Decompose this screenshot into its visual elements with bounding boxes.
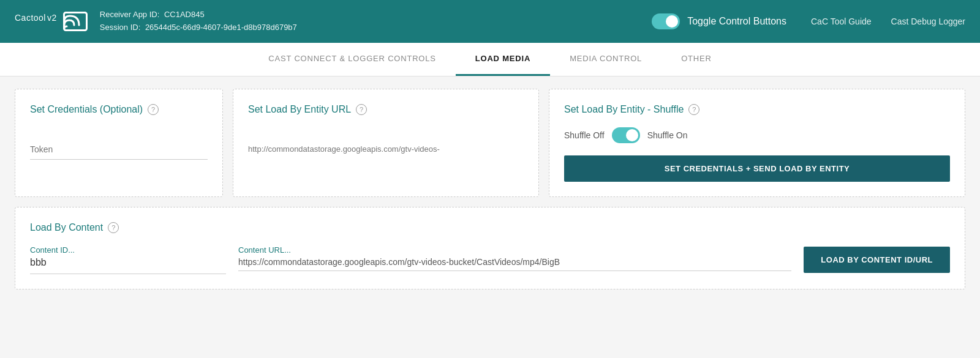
header-info: Receiver App ID: CC1AD845 Session ID: 26… (100, 9, 652, 34)
load-by-content-button[interactable]: LOAD BY CONTENT ID/URL (804, 247, 950, 273)
tabs-bar: CAST CONNECT & LOGGER CONTROLS LOAD MEDI… (0, 43, 980, 76)
receiver-app-id-line: Receiver App ID: CC1AD845 (100, 9, 652, 21)
content-url-value: https://commondatastorage.googleapis.com… (238, 257, 791, 271)
shuffle-toggle-row: Shuffle Off Shuffle On (564, 127, 950, 143)
entity-url-title-text: Set Load By Entity URL (248, 104, 351, 115)
tab-media-control[interactable]: MEDIA CONTROL (550, 43, 662, 76)
main-content: Set Credentials (Optional) ? Set Load By… (0, 76, 980, 302)
content-id-field: Content ID... bbb (30, 245, 226, 274)
cac-tool-guide-link[interactable]: CaC Tool Guide (811, 17, 872, 26)
app-header: Cactoolv2 Receiver App ID: CC1AD845 Sess… (0, 0, 980, 43)
header-nav: CaC Tool Guide Cast Debug Logger (811, 17, 965, 26)
shuffle-card: Set Load By Entity - Shuffle ? Shuffle O… (549, 89, 965, 197)
shuffle-title: Set Load By Entity - Shuffle ? (564, 104, 950, 115)
shuffle-on-label: Shuffle On (647, 130, 688, 140)
load-content-help-icon[interactable]: ? (108, 222, 119, 233)
cast-debug-logger-link[interactable]: Cast Debug Logger (891, 17, 965, 26)
shuffle-title-text: Set Load By Entity - Shuffle (564, 104, 684, 115)
toggle-section: Toggle Control Buttons (652, 13, 786, 29)
toggle-label: Toggle Control Buttons (687, 16, 786, 27)
shuffle-help-icon[interactable]: ? (688, 104, 699, 115)
session-id-line: Session ID: 26544d5c-66d9-4607-9de1-d8b9… (100, 21, 652, 34)
receiver-app-id-label: Receiver App ID: (100, 10, 160, 19)
shuffle-toggle[interactable] (612, 127, 640, 143)
content-id-label: Content ID... (30, 245, 226, 255)
entity-url-title: Set Load By Entity URL ? (248, 104, 524, 115)
token-input[interactable] (30, 140, 208, 160)
entity-url-card: Set Load By Entity URL ? (233, 89, 539, 197)
receiver-app-id-value: CC1AD845 (164, 10, 205, 19)
shuffle-off-label: Shuffle Off (564, 130, 605, 140)
content-url-field: Content URL... https://commondatastorage… (238, 245, 791, 271)
credentials-help-icon[interactable]: ? (148, 104, 159, 115)
content-fields-row: Content ID... bbb Content URL... https:/… (30, 245, 950, 274)
logo-main: Cactool (15, 13, 46, 23)
content-url-label: Content URL... (238, 245, 791, 255)
logo-text: Cactoolv2 (15, 12, 57, 31)
session-id-value: 26544d5c-66d9-4607-9de1-d8b978d679b7 (145, 23, 297, 32)
toggle-control-buttons[interactable] (652, 13, 680, 29)
tab-other[interactable]: OTHER (662, 43, 731, 76)
set-credentials-send-load-button[interactable]: SET CREDENTIALS + SEND LOAD BY ENTITY (564, 155, 950, 182)
load-content-title-text: Load By Content (30, 222, 103, 233)
content-id-value: bbb (30, 257, 226, 274)
session-id-label: Session ID: (100, 23, 140, 32)
top-card-row: Set Credentials (Optional) ? Set Load By… (15, 89, 965, 197)
logo-section: Cactoolv2 (15, 12, 88, 31)
credentials-title: Set Credentials (Optional) ? (30, 104, 208, 115)
tab-load-media[interactable]: LOAD MEDIA (456, 43, 550, 76)
credentials-title-text: Set Credentials (Optional) (30, 104, 143, 115)
entity-url-input[interactable] (248, 140, 524, 159)
load-content-card: Load By Content ? Content ID... bbb Cont… (15, 207, 965, 289)
logo-version: v2 (47, 13, 57, 23)
tab-cast-connect[interactable]: CAST CONNECT & LOGGER CONTROLS (249, 43, 455, 76)
load-content-title: Load By Content ? (30, 222, 950, 233)
cast-icon (63, 12, 88, 31)
credentials-card: Set Credentials (Optional) ? (15, 89, 223, 197)
entity-url-help-icon[interactable]: ? (356, 104, 367, 115)
svg-rect-0 (64, 13, 86, 31)
